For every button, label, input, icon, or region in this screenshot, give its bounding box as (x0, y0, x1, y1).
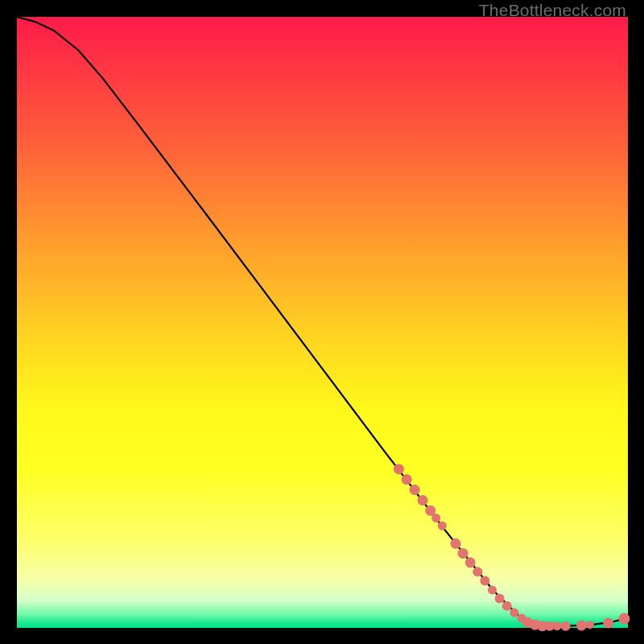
data-point (603, 617, 613, 628)
data-point (488, 585, 497, 594)
data-point (418, 495, 428, 506)
chart-area (17, 17, 628, 628)
data-point (465, 557, 476, 568)
bottleneck-curve (17, 17, 628, 626)
data-point (458, 548, 469, 559)
data-point (495, 594, 505, 604)
data-point (586, 621, 594, 629)
data-point (438, 522, 447, 530)
data-point (576, 621, 587, 631)
data-point (473, 567, 482, 576)
data-point (618, 613, 630, 625)
data-point (502, 601, 512, 611)
chart-svg (17, 17, 628, 628)
data-points (394, 464, 630, 631)
data-point (402, 474, 412, 485)
data-point (431, 514, 440, 522)
data-point (510, 609, 518, 617)
data-point (394, 464, 404, 474)
data-point (480, 576, 489, 586)
data-point (410, 485, 420, 495)
data-point (451, 539, 461, 549)
data-point (553, 621, 562, 630)
data-point (561, 621, 571, 631)
watermark-text: TheBottleneck.com (479, 1, 626, 20)
